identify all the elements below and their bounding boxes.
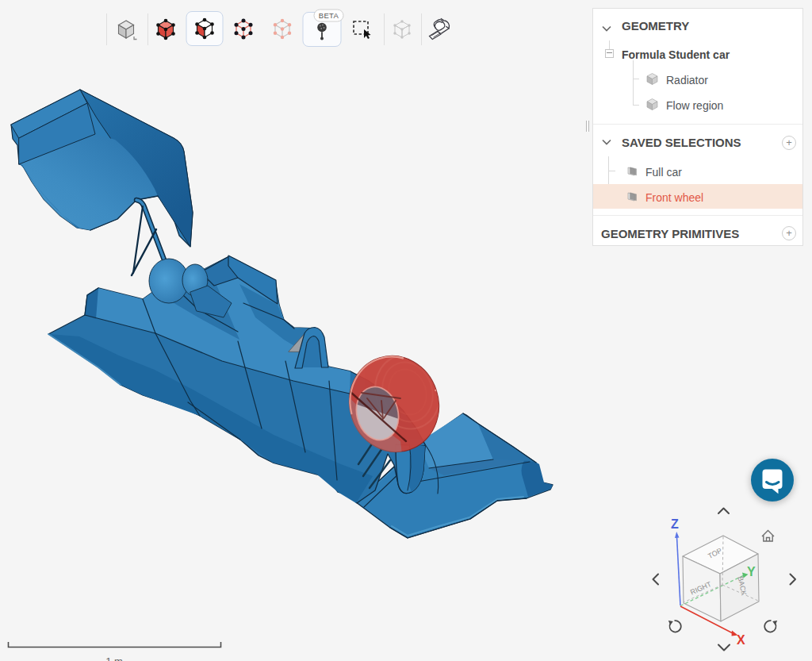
svg-text:Z: Z: [671, 517, 679, 531]
svg-text:1 m: 1 m: [105, 655, 123, 661]
svg-text:X: X: [737, 633, 745, 647]
svg-text:BETA: BETA: [319, 11, 339, 20]
svg-text:Y: Y: [747, 565, 756, 578]
